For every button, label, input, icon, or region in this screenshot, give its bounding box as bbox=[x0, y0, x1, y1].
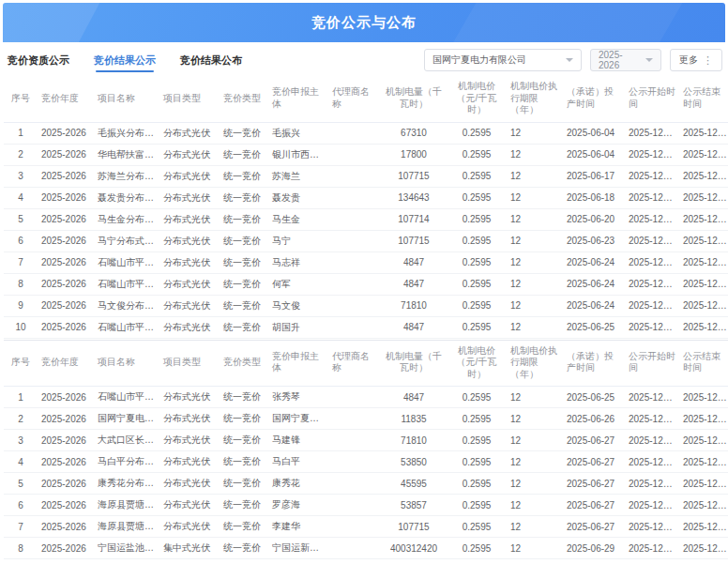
table-cell: 2025-06-27 bbox=[563, 473, 625, 495]
table-cell: 2025-2026 bbox=[38, 165, 94, 187]
table-row: 52025-2026康秀花分布式...分布式光伏统一竞价康秀花455950.25… bbox=[4, 473, 728, 495]
table-cell: 12 bbox=[507, 495, 563, 516]
table-cell: 12 bbox=[507, 538, 563, 559]
table-cell: 107715 bbox=[381, 559, 447, 564]
tab-qualification-publicity[interactable]: 竞价资质公示 bbox=[8, 50, 69, 70]
table-cell: 2025-12-05 bbox=[679, 208, 728, 230]
table-cell: 6 bbox=[4, 495, 38, 516]
table-row: 12025-2026毛振兴分布式...分布式光伏统一竞价毛振兴673100.25… bbox=[4, 122, 728, 144]
table-cell: 2025-12-05 bbox=[679, 230, 728, 252]
table-cell: 2025-06-23 bbox=[563, 230, 625, 252]
table-cell: 2025-2026 bbox=[38, 273, 94, 295]
table-cell: 统一竞价 bbox=[220, 122, 268, 144]
table-cell: 2025-06-27 bbox=[563, 495, 625, 516]
table-cell: 12 bbox=[507, 252, 563, 273]
table-cell: 分布式光伏 bbox=[159, 495, 220, 516]
table-cell: 分布式光伏 bbox=[159, 273, 220, 295]
table-cell: 2025-06-24 bbox=[563, 252, 625, 273]
column-header: 机制电量（千瓦时） bbox=[381, 340, 447, 387]
table-cell: 0.2595 bbox=[447, 144, 507, 165]
table-row: 92025-2026马文俊分布式...分布式光伏统一竞价马文俊718100.25… bbox=[4, 295, 728, 316]
table-cell: 53857 bbox=[381, 495, 447, 516]
table-cell: 4847 bbox=[381, 387, 447, 408]
table-cell: 12 bbox=[507, 473, 563, 495]
table-cell: 马建锋 bbox=[268, 430, 328, 451]
table-cell: 2025-2026 bbox=[38, 430, 94, 451]
table-header-row: 序号竞价年度项目名称项目类型竞价类型竞价申报主体代理商名称机制电量（千瓦时）机制… bbox=[4, 76, 728, 122]
table-cell: 71810 bbox=[381, 295, 447, 316]
company-select-value: 国网宁夏电力有限公司 bbox=[432, 53, 526, 67]
table-cell: 0.2595 bbox=[447, 495, 507, 516]
table-cell: 7 bbox=[4, 516, 38, 538]
tab-result-publicity[interactable]: 竞价结果公示 bbox=[94, 50, 156, 70]
table-row: 82025-2026宁国运盐池高...集中式光伏统一竞价宁国运新能源(...40… bbox=[4, 538, 728, 559]
table-cell: 分布式光伏 bbox=[159, 187, 220, 208]
table-cell: 6 bbox=[4, 230, 38, 252]
column-header: 竞价申报主体 bbox=[268, 76, 328, 122]
table-cell: 统一竞价 bbox=[220, 451, 268, 473]
more-button[interactable]: 更多 ⋮ bbox=[670, 49, 722, 71]
table-cell: 华电帮扶富宁... bbox=[94, 144, 159, 165]
tab-result-announcement[interactable]: 竞价结果公布 bbox=[180, 50, 242, 70]
table-cell: 0.2595 bbox=[447, 208, 507, 230]
table-cell: 134643 bbox=[381, 187, 447, 208]
table-cell: 2025-12-05 bbox=[679, 273, 728, 295]
table-cell: 2025-12-01 bbox=[625, 295, 679, 316]
table-cell: 12 bbox=[507, 516, 563, 538]
table-cell: 107715 bbox=[381, 165, 447, 187]
table-cell: 2025-2026 bbox=[38, 451, 94, 473]
table-cell: 统一竞价 bbox=[220, 208, 268, 230]
table-cell: 分布式光伏 bbox=[159, 165, 220, 187]
table-cell: 2025-12-01 bbox=[625, 408, 679, 430]
table-cell bbox=[328, 538, 381, 559]
table-cell: 0.2595 bbox=[447, 165, 507, 187]
table-cell bbox=[328, 473, 381, 495]
table-cell: 国网宁夏电力... bbox=[94, 408, 159, 430]
table-cell: 12 bbox=[507, 208, 563, 230]
table-cell: 统一竞价 bbox=[220, 387, 268, 408]
table-cell: 2025-06-24 bbox=[563, 295, 625, 316]
table-cell bbox=[328, 295, 381, 316]
table-cell: 12 bbox=[507, 187, 563, 208]
table-cell bbox=[328, 451, 381, 473]
bid-result-publicity-table-2: 序号竞价年度项目名称项目类型竞价类型竞价申报主体代理商名称机制电量（千瓦时）机制… bbox=[4, 340, 728, 564]
column-header: 项目类型 bbox=[159, 76, 220, 122]
table-row: 102025-2026石嘴山市平罗...分布式光伏统一竞价胡国升48470.25… bbox=[4, 316, 728, 338]
table-cell: 2025-2026 bbox=[38, 473, 94, 495]
table-row: 32025-2026大武口区长兴...分布式光伏统一竞价马建锋718100.25… bbox=[4, 430, 728, 451]
table-cell: 统一竞价 bbox=[220, 252, 268, 273]
table-row: 52025-2026马生金分布式...分布式光伏统一竞价马生金1077140.2… bbox=[4, 208, 728, 230]
table-cell: 分布式光伏 bbox=[159, 230, 220, 252]
column-header: 机制电价执行期限（年） bbox=[507, 76, 563, 122]
table-cell: 0.2595 bbox=[447, 559, 507, 564]
table-cell: 12 bbox=[507, 316, 563, 338]
table-row: 72025-2026海原县贾塘乡...分布式光伏统一竞价李建华1077150.2… bbox=[4, 516, 728, 538]
table-cell: 统一竞价 bbox=[220, 144, 268, 165]
table-cell: 12 bbox=[507, 430, 563, 451]
year-select[interactable]: 2025-2026 bbox=[590, 49, 661, 71]
table-cell: 2025-12-01 bbox=[625, 273, 679, 295]
table-cell: 2025-12-05 bbox=[679, 516, 728, 538]
table-cell: 统一竞价 bbox=[220, 295, 268, 316]
table-cell: 李建华 bbox=[268, 516, 328, 538]
table-cell: 2025-12-05 bbox=[679, 559, 728, 564]
table-cell: 2025-12-01 bbox=[625, 144, 679, 165]
table-cell: 海原县贾塘乡... bbox=[94, 495, 159, 516]
table-cell: 统一竞价 bbox=[220, 495, 268, 516]
table-cell: 聂发贵分布式... bbox=[94, 187, 159, 208]
company-select[interactable]: 国网宁夏电力有限公司 bbox=[424, 49, 582, 71]
table-cell: 康秀花 bbox=[268, 473, 328, 495]
table-cell: 苏海兰分布式... bbox=[94, 165, 159, 187]
tab-label: 竞价资质公示 bbox=[8, 54, 69, 66]
table-cell: 71810 bbox=[381, 430, 447, 451]
table-cell: 2025-06-25 bbox=[563, 316, 625, 338]
table-cell: 0.2595 bbox=[447, 122, 507, 144]
table-cell: 分布式光伏 bbox=[159, 252, 220, 273]
column-header: 代理商名称 bbox=[328, 340, 381, 387]
table-cell: 分布式光伏 bbox=[159, 430, 220, 451]
column-header: 机制电价（元/千瓦时） bbox=[447, 340, 507, 387]
table-cell: 4 bbox=[4, 187, 38, 208]
table-cell: 9 bbox=[4, 559, 38, 564]
table-cell: 聂发贵 bbox=[268, 187, 328, 208]
table-cell: 0.2595 bbox=[447, 387, 507, 408]
